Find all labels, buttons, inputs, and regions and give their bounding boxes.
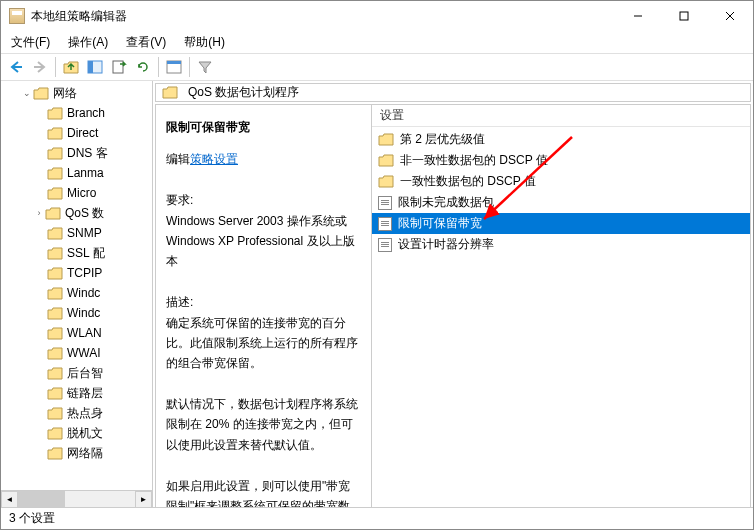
menu-help[interactable]: 帮助(H) <box>180 32 229 53</box>
folder-icon <box>47 387 63 400</box>
up-folder-button[interactable] <box>60 56 82 78</box>
edit-policy-link[interactable]: 策略设置 <box>190 152 238 166</box>
tree-item[interactable]: Direct <box>1 123 152 143</box>
tree-item-label: 网络隔 <box>67 445 103 462</box>
tree-item[interactable]: SNMP <box>1 223 152 243</box>
tree-view[interactable]: ⌄ 网络 BranchDirectDNS 客LanmaMicro›QoS 数SN… <box>1 81 152 490</box>
back-button[interactable] <box>5 56 27 78</box>
close-button[interactable] <box>707 1 753 31</box>
description-p1: 确定系统可保留的连接带宽的百分比。此值限制系统上运行的所有程序的组合带宽保留。 <box>166 313 361 374</box>
tree-item[interactable]: WLAN <box>1 323 152 343</box>
expand-icon[interactable]: › <box>33 208 45 218</box>
refresh-button[interactable] <box>132 56 154 78</box>
tree-item-label: Direct <box>67 126 98 140</box>
folder-icon <box>47 407 63 420</box>
window-title: 本地组策略编辑器 <box>31 8 615 25</box>
folder-icon <box>47 187 63 200</box>
status-bar: 3 个设置 <box>1 507 753 529</box>
list-row[interactable]: 一致性数据包的 DSCP 值 <box>372 171 750 192</box>
tree-item[interactable]: Windc <box>1 303 152 323</box>
scroll-left-button[interactable]: ◄ <box>1 491 18 507</box>
collapse-icon[interactable]: ⌄ <box>21 88 33 98</box>
list-column-header[interactable]: 设置 <box>372 105 750 127</box>
scroll-thumb[interactable] <box>18 491 65 507</box>
folder-icon <box>378 175 394 188</box>
tree-item-label: Windc <box>67 306 100 320</box>
minimize-button[interactable] <box>615 1 661 31</box>
tree-item-label: Lanma <box>67 166 104 180</box>
menu-bar: 文件(F) 操作(A) 查看(V) 帮助(H) <box>1 31 753 53</box>
tree-item[interactable]: WWAI <box>1 343 152 363</box>
tree-root[interactable]: ⌄ 网络 <box>1 83 152 103</box>
menu-view[interactable]: 查看(V) <box>122 32 170 53</box>
folder-icon <box>47 287 63 300</box>
status-text: 3 个设置 <box>9 510 55 527</box>
folder-icon <box>33 87 49 100</box>
tree-item-label: 热点身 <box>67 405 103 422</box>
list-row-label: 设置计时器分辨率 <box>398 236 494 253</box>
tree-item[interactable]: SSL 配 <box>1 243 152 263</box>
svg-rect-10 <box>167 61 181 64</box>
scroll-right-button[interactable]: ► <box>135 491 152 507</box>
folder-icon <box>162 86 178 99</box>
tree-item-label: Micro <box>67 186 96 200</box>
folder-icon <box>378 133 394 146</box>
document-icon <box>378 217 392 231</box>
menu-action[interactable]: 操作(A) <box>64 32 112 53</box>
properties-button[interactable] <box>163 56 185 78</box>
list-row[interactable]: 限制可保留带宽 <box>372 213 750 234</box>
tree-item-label: SSL 配 <box>67 245 105 262</box>
folder-icon <box>47 347 63 360</box>
list-body[interactable]: 第 2 层优先级值非一致性数据包的 DSCP 值一致性数据包的 DSCP 值限制… <box>372 127 750 507</box>
tree-item-label: 链路层 <box>67 385 103 402</box>
tree-item[interactable]: ›QoS 数 <box>1 203 152 223</box>
document-icon <box>378 196 392 210</box>
list-row[interactable]: 限制未完成数据包 <box>372 192 750 213</box>
list-row[interactable]: 设置计时器分辨率 <box>372 234 750 255</box>
folder-icon <box>45 207 61 220</box>
folder-icon <box>47 107 63 120</box>
folder-icon <box>47 267 63 280</box>
tree-pane: ⌄ 网络 BranchDirectDNS 客LanmaMicro›QoS 数SN… <box>1 81 153 507</box>
tree-item[interactable]: DNS 客 <box>1 143 152 163</box>
folder-icon <box>47 227 63 240</box>
tree-hscroll[interactable]: ◄ ► <box>1 490 152 507</box>
tree-item[interactable]: TCPIP <box>1 263 152 283</box>
list-row[interactable]: 第 2 层优先级值 <box>372 129 750 150</box>
tree-item-label: QoS 数 <box>65 205 104 222</box>
show-hide-tree-button[interactable] <box>84 56 106 78</box>
requirements-text: Windows Server 2003 操作系统或 Windows XP Pro… <box>166 211 361 272</box>
menu-file[interactable]: 文件(F) <box>7 32 54 53</box>
tree-item[interactable]: 热点身 <box>1 403 152 423</box>
tree-item[interactable]: 网络隔 <box>1 443 152 463</box>
folder-icon <box>47 327 63 340</box>
tree-item[interactable]: 后台智 <box>1 363 152 383</box>
maximize-button[interactable] <box>661 1 707 31</box>
folder-icon <box>47 367 63 380</box>
app-icon <box>9 8 25 24</box>
folder-icon <box>47 247 63 260</box>
tree-item[interactable]: Windc <box>1 283 152 303</box>
tree-item[interactable]: Lanma <box>1 163 152 183</box>
folder-icon <box>378 154 394 167</box>
description-p2: 默认情况下，数据包计划程序将系统限制在 20% 的连接带宽之内，但可以使用此设置… <box>166 394 361 455</box>
tree-item[interactable]: 脱机文 <box>1 423 152 443</box>
svg-rect-8 <box>113 61 123 73</box>
tree-item-label: 脱机文 <box>67 425 103 442</box>
tree-item[interactable]: Micro <box>1 183 152 203</box>
description-pane: 限制可保留带宽 编辑策略设置 要求: Windows Server 2003 操… <box>156 105 372 507</box>
export-list-button[interactable] <box>108 56 130 78</box>
tree-item[interactable]: Branch <box>1 103 152 123</box>
filter-button[interactable] <box>194 56 216 78</box>
tree-item-label: Windc <box>67 286 100 300</box>
tree-item-label: DNS 客 <box>67 145 108 162</box>
selected-item-title: 限制可保留带宽 <box>166 117 361 137</box>
edit-policy-line: 编辑策略设置 <box>166 149 361 169</box>
tree-item[interactable]: 链路层 <box>1 383 152 403</box>
svg-rect-1 <box>680 12 688 20</box>
folder-icon <box>47 127 63 140</box>
list-row[interactable]: 非一致性数据包的 DSCP 值 <box>372 150 750 171</box>
svg-rect-7 <box>88 61 93 73</box>
forward-button[interactable] <box>29 56 51 78</box>
toolbar <box>1 53 753 81</box>
